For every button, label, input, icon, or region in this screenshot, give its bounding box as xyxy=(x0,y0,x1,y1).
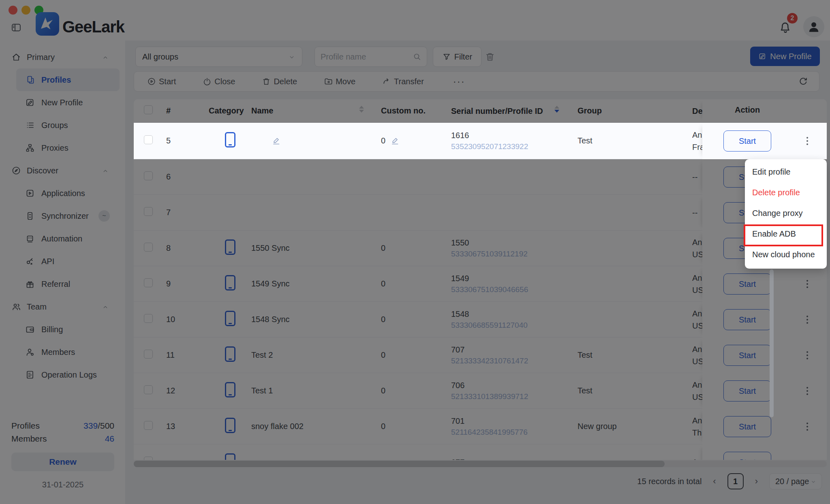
cloud-phone-icon xyxy=(225,132,235,147)
custom-no-value: 0 xyxy=(381,136,385,145)
menu-item-edit-profile[interactable]: Edit profile xyxy=(745,162,827,182)
table-row-highlighted[interactable]: 5 0 1616 535230952071233922 Test AnFra S… xyxy=(134,123,827,159)
edit-custom-no-pencil-icon[interactable] xyxy=(390,136,400,146)
menu-item-change-proxy[interactable]: Change proxy xyxy=(745,203,827,224)
profile-id[interactable]: 535230952071233922 xyxy=(451,141,578,152)
row-checkbox[interactable] xyxy=(144,135,153,144)
group-value: Test xyxy=(578,136,692,145)
menu-item-new-cloud-phone[interactable]: New cloud phone xyxy=(745,244,827,265)
row-context-menu: Edit profile Delete profile Change proxy… xyxy=(745,159,827,269)
menu-item-delete-profile[interactable]: Delete profile xyxy=(745,182,827,203)
vertical-scrollbar-thumb[interactable] xyxy=(770,269,774,417)
annotation-highlight-box xyxy=(744,224,823,246)
serial-number: 1616 xyxy=(451,130,578,141)
dim-overlay xyxy=(0,0,830,504)
row-number: 5 xyxy=(166,136,209,145)
start-button[interactable]: Start xyxy=(723,130,771,152)
row-more-kebab-icon[interactable] xyxy=(803,135,812,147)
edit-name-pencil-icon[interactable] xyxy=(272,136,281,145)
